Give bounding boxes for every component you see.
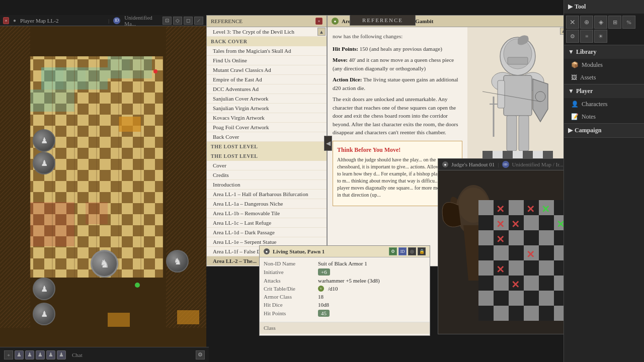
svg-rect-83 <box>478 245 494 260</box>
ruler-map-button[interactable]: ⟋ <box>194 17 203 25</box>
toc-item-sanjulian-virgin[interactable]: Sanjulian Virgin Artwork <box>207 104 327 113</box>
notes-label: Notes <box>582 113 596 121</box>
library-header[interactable]: ▼ Library <box>564 45 644 59</box>
toc-item-intro[interactable]: Introduction <box>207 180 327 190</box>
toc-item-kovacs[interactable]: Kovacs Virgin Artwork <box>207 113 327 123</box>
svg-rect-32 <box>504 75 532 116</box>
toc-item-find-us[interactable]: Find Us Online <box>207 56 327 65</box>
campaign-header[interactable]: ▶ Campaign <box>564 124 644 137</box>
svg-rect-116 <box>494 306 509 321</box>
player-header[interactable]: ▼ Player <box>564 84 644 98</box>
hp-badge: 45 <box>318 310 330 317</box>
campaign-section: ▶ Campaign <box>564 124 644 138</box>
sidebar-item-modules[interactable]: 📦 Modules <box>564 59 644 71</box>
sidebar-item-assets[interactable]: 🖼 Assets <box>564 71 644 84</box>
toc-section-lost-level-1: THE LOST LEVEL <box>207 142 327 151</box>
select-tool-button[interactable]: ◻ <box>184 17 193 25</box>
character-portrait-2[interactable]: ♟ <box>25 350 34 359</box>
handout-subtitle: Unidentified Map / Ir... <box>512 161 564 167</box>
token-pawn-2[interactable]: ♟ <box>33 152 55 174</box>
stat-row-hitdice: Hit Dice 10d8 <box>264 302 426 308</box>
crit-label: Crit Table/Die <box>264 286 314 292</box>
map-title1: Player Map LL-2 <box>20 18 104 24</box>
select-tool[interactable]: ✕ <box>566 16 579 29</box>
toc-item-ll1b[interactable]: Area LL-1b – Removable Tile <box>207 209 327 218</box>
token-settings-button[interactable]: ◎ <box>408 247 416 255</box>
map-canvas[interactable]: ♟ ♟ ♞ ♞ ♟ ♟ <box>0 26 206 362</box>
red-marker <box>153 69 157 73</box>
reference-close-button[interactable]: × <box>315 18 323 25</box>
svg-rect-109 <box>509 291 524 306</box>
move-tool[interactable]: ⊕ <box>580 16 593 29</box>
toc-item-dcc-ad[interactable]: DCC Adventures Ad <box>207 84 327 94</box>
tool-header[interactable]: ▶ Tool <box>564 0 644 14</box>
token-id-button[interactable]: ID <box>398 247 407 255</box>
class-row: Class <box>260 322 430 334</box>
toc-item-poag[interactable]: Poag Foil Cover Artwork <box>207 123 327 132</box>
token-title: Living Statue, Pawn 1 <box>273 248 325 254</box>
map-title2: Unidentified Ma... <box>124 15 158 27</box>
token-titlebar: ● Living Statue, Pawn 1 ⚙ ID ◎ 🔒 <box>260 246 430 257</box>
content-move: Move: 40' and it can now move as a queen… <box>333 56 462 72</box>
toc-item-ll1[interactable]: Area LL-1 – Hall of Barbarous Bifurcatio… <box>207 190 327 199</box>
token-knight-1[interactable]: ♞ <box>91 250 118 278</box>
reference-toc-panel: REFERENCE × Level 3: The Crypt of the De… <box>206 15 327 266</box>
ruler-tool[interactable]: % <box>622 16 635 29</box>
add-token-button[interactable]: + <box>4 350 13 359</box>
map-close-button[interactable]: × <box>3 17 9 24</box>
light-tool[interactable]: ☀ <box>594 30 607 43</box>
svg-rect-4 <box>0 26 30 328</box>
library-chevron: ▼ <box>568 48 574 56</box>
ac-value: 18 <box>318 294 324 300</box>
scroll-up-button[interactable]: ▲ <box>317 28 326 36</box>
toc-item-sanjulian-cover[interactable]: Sanjulian Cover Artwork <box>207 94 327 104</box>
crit-icon: V <box>318 286 324 292</box>
library-label: Library <box>576 48 597 56</box>
pan-tool[interactable]: ◈ <box>594 16 607 29</box>
content-body-text: The exit doors are unlocked and unremark… <box>333 95 462 137</box>
svg-rect-91 <box>478 260 494 276</box>
campaign-chevron: ▶ <box>568 127 573 134</box>
toc-nav-arrow[interactable]: ◀ <box>324 136 332 151</box>
toc-item-ll1d[interactable]: Area LL-1d – Dark Passage <box>207 228 327 237</box>
attacks-value: warhammer +5 melee (3d8) <box>318 278 380 284</box>
sidebar-item-characters[interactable]: 👤 Characters <box>564 98 644 111</box>
bottom-bar: + ♟ ♟ ♟ ♟ ♟ Chat ⚙ <box>0 347 209 362</box>
character-portrait-1[interactable]: ♟ <box>15 350 24 359</box>
token-lock-button[interactable]: 🔒 <box>418 247 426 255</box>
system-settings-button[interactable]: ⚙ <box>196 350 205 359</box>
toc-item-empire[interactable]: Empire of the East Ad <box>207 75 327 84</box>
toc-top-item[interactable]: Level 3: The Crypt of the Devil Lich <box>207 27 327 37</box>
toc-item-mutant[interactable]: Mutant Crawl Classics Ad <box>207 65 327 75</box>
toc-item-credits[interactable]: Credits <box>207 170 327 180</box>
layers-tool[interactable]: ≡ <box>580 30 593 43</box>
svg-rect-71 <box>524 230 539 245</box>
right-sidebar: ▶ Tool ✕ ⊕ ◈ ⊞ % ⚙ ≡ ☀ ▼ Library 📦 Modul… <box>564 0 644 362</box>
character-portrait-4[interactable]: ♟ <box>46 350 55 359</box>
token-tool-button[interactable]: ◇ <box>173 17 182 25</box>
toc-item-cover[interactable]: Cover <box>207 161 327 170</box>
zoom-tool[interactable]: ⊞ <box>608 16 621 29</box>
character-portrait-5[interactable]: ♟ <box>57 350 66 359</box>
token-knight-2[interactable]: ♞ <box>166 250 189 273</box>
token-pawn-1[interactable]: ♟ <box>33 129 55 152</box>
toc-item-tales[interactable]: Tales from the Magician's Skull Ad <box>207 46 327 56</box>
zoom-fit-button[interactable]: ⊡ <box>163 17 172 25</box>
token-pawn-3[interactable]: ♟ <box>33 278 55 300</box>
sidebar-item-notes[interactable]: 📝 Notes <box>564 111 644 123</box>
reference-header-button[interactable]: REFERENCE <box>350 15 416 26</box>
hitdice-label: Hit Dice <box>264 302 314 308</box>
stat-panel-tab[interactable]: ▶ <box>430 281 430 301</box>
token-pawn-4[interactable]: ♟ <box>33 303 55 325</box>
toc-item-back-cover[interactable]: Back Cover <box>207 132 327 142</box>
player-section: ▼ Player 👤 Characters 📝 Notes <box>564 84 644 124</box>
character-portrait-3[interactable]: ♟ <box>36 350 45 359</box>
svg-rect-85 <box>509 245 524 260</box>
svg-rect-29 <box>508 57 528 64</box>
settings-tool[interactable]: ⚙ <box>566 30 579 43</box>
svg-rect-68 <box>478 230 494 245</box>
toc-item-ll1a[interactable]: Area LL-1a – Dangerous Niche <box>207 199 327 209</box>
toc-item-ll1c[interactable]: Area LL-1c – Last Refuge <box>207 218 327 228</box>
svg-text:✕: ✕ <box>511 279 520 290</box>
token-view-button[interactable]: ⚙ <box>389 247 397 255</box>
